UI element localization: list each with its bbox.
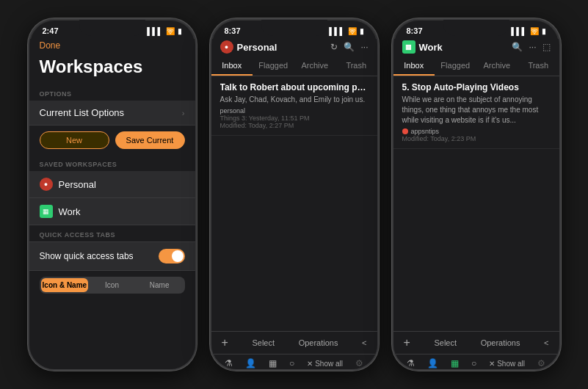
filter-bar-2: ⚗ 👤 ▦ ○ ✕ Show all ⚙ [211, 354, 377, 371]
email-item-1[interactable]: Talk to Robert about upcoming party... A… [211, 76, 377, 136]
wifi-icon: 🛜 [166, 27, 175, 35]
tab-inbox-2[interactable]: Inbox [211, 57, 253, 76]
done-button[interactable]: Done [40, 40, 61, 51]
tab-trash-2[interactable]: Trash [335, 57, 377, 76]
email-meta-1b: Modified: Today, 2:27 PM [220, 122, 369, 129]
workspace-work-label: Work [59, 206, 81, 217]
quick-access-row: Show quick access tabs [29, 241, 195, 271]
workspace-personal-label: Personal [59, 179, 96, 190]
workspace-name-3: Work [419, 42, 443, 53]
select-button-2[interactable]: Select [252, 338, 275, 347]
save-current-button[interactable]: Save Current [115, 131, 185, 149]
seg-icon[interactable]: Icon [88, 278, 136, 292]
filter-circle-icon-2[interactable]: ○ [289, 358, 294, 368]
battery-icon-2: ▮ [360, 27, 364, 35]
gear-icon-3[interactable]: ⚙ [537, 358, 545, 368]
operations-button-2[interactable]: Operations [299, 338, 338, 347]
signal-icon-2: ▌▌▌ [329, 27, 344, 35]
email-subject-1: Talk to Robert about upcoming party... [220, 82, 369, 92]
add-button-2[interactable]: + [222, 336, 228, 349]
wifi-icon-2: 🛜 [348, 27, 357, 35]
workspace-personal[interactable]: ● Personal [29, 171, 195, 198]
status-bar-3: 8:37 ▌▌▌ 🛜 ▮ [393, 20, 559, 39]
operations-button-3[interactable]: Operations [481, 338, 520, 347]
app-header-3: ▦ Work 🔍 ··· ⬚ [393, 39, 559, 57]
workspace-name-2: Personal [237, 42, 277, 53]
personal-header-icon: ● [220, 40, 233, 54]
tab-flagged-3[interactable]: Flagged [435, 57, 476, 76]
battery-icon-3: ▮ [542, 27, 546, 35]
more-icon-3[interactable]: ··· [529, 42, 536, 52]
quick-access-toggle[interactable] [159, 249, 185, 263]
gear-icon-2[interactable]: ⚙ [355, 358, 363, 368]
email-preview-1: Ask Jay, Chad, Kovach, and Emily to join… [220, 95, 369, 105]
signal-icon: ▌▌▌ [147, 27, 162, 35]
filter-funnel-icon-2[interactable]: ⚗ [225, 358, 233, 368]
tab-archive-3[interactable]: Archive [476, 57, 518, 76]
signal-icon-3: ▌▌▌ [511, 27, 526, 35]
seg-icon-name[interactable]: Icon & Name [41, 278, 89, 292]
filter-circle-icon-3[interactable]: ○ [471, 358, 476, 368]
personal-icon: ● [40, 178, 53, 191]
status-icons-2: ▌▌▌ 🛜 ▮ [329, 27, 363, 35]
saved-workspaces-label: SAVED WORKSPACES [29, 155, 195, 171]
header-icons-3: 🔍 ··· ⬚ [512, 42, 550, 52]
work-icon: ▦ [40, 205, 53, 218]
email-tag-1: personal [220, 107, 369, 114]
add-button-3[interactable]: + [404, 336, 410, 349]
time-2: 8:37 [225, 26, 241, 35]
time-3: 8:37 [407, 26, 423, 35]
workspaces-screen: Done Workspaces OPTIONS Current List Opt… [29, 39, 195, 371]
filter-person-icon-2[interactable]: 👤 [245, 358, 256, 368]
more-icon-2[interactable]: ··· [360, 42, 368, 52]
phone-personal: 8:37 ▌▌▌ 🛜 ▮ ● Personal ↻ 🔍 ··· Inbox Fl… [210, 18, 379, 371]
tab-flagged-2[interactable]: Flagged [253, 57, 294, 76]
chevron-icon: › [182, 109, 185, 117]
dot-indicator-3 [402, 128, 408, 134]
email-subject-3-1: 5. Stop Auto-Playing Videos [402, 82, 551, 92]
email-meta-1a: Things 3: Yesterday, 11:51 PM [220, 114, 369, 122]
search-icon-2[interactable]: 🔍 [344, 42, 355, 52]
filter-grid-icon-2[interactable]: ▦ [269, 358, 277, 368]
email-preview-3-1: While we are on the subject of annoying … [402, 95, 551, 126]
collapse-button-2[interactable]: < [362, 338, 366, 347]
show-all-3[interactable]: ✕ Show all [489, 360, 525, 368]
search-icon-3[interactable]: 🔍 [512, 42, 523, 52]
tab-trash-3[interactable]: Trash [518, 57, 559, 76]
app-header-2: ● Personal ↻ 🔍 ··· [211, 39, 377, 57]
new-button[interactable]: New [40, 131, 109, 149]
workspace-title-3: ▦ Work [402, 40, 443, 54]
header-icons-2: ↻ 🔍 ··· [330, 42, 368, 52]
phone-workspaces: 2:47 ▌▌▌ 🛜 ▮ Done Workspaces OPTIONS Cur… [28, 18, 197, 371]
nav-bar: Done [29, 39, 195, 54]
current-list-options-row[interactable]: Current List Options › [29, 101, 195, 126]
refresh-icon[interactable]: ↻ [330, 42, 338, 52]
quick-access-label: Show quick access tabs [40, 251, 134, 261]
email-list-3: 5. Stop Auto-Playing Videos While we are… [393, 76, 559, 331]
status-bar-2: 8:37 ▌▌▌ 🛜 ▮ [211, 20, 377, 39]
workspace-buttons: New Save Current [29, 126, 195, 155]
work-header-icon: ▦ [402, 40, 415, 54]
filter-person-icon-3[interactable]: 👤 [427, 358, 438, 368]
collapse-button-3[interactable]: < [544, 338, 548, 347]
bottom-toolbar-3: + Select Operations < [393, 331, 559, 354]
filter-bar-3: ⚗ 👤 ▦ ○ ✕ Show all ⚙ [393, 354, 559, 371]
tab-archive-2[interactable]: Archive [294, 57, 336, 76]
quick-access-section-label: QUICK ACCESS TABS [29, 225, 195, 241]
filter-grid-icon-3[interactable]: ▦ [451, 358, 459, 368]
seg-name[interactable]: Name [136, 278, 184, 292]
email-tag-3-1: appsntips [411, 128, 440, 135]
tab-bar-2: Inbox Flagged Archive Trash [211, 57, 377, 76]
filter-funnel-icon-3[interactable]: ⚗ [407, 358, 415, 368]
wifi-icon-3: 🛜 [530, 27, 539, 35]
options-section-label: OPTIONS [29, 84, 195, 101]
external-icon-3[interactable]: ⬚ [542, 42, 551, 52]
current-list-options-label: Current List Options [40, 107, 125, 118]
email-item-3-1[interactable]: 5. Stop Auto-Playing Videos While we are… [393, 76, 559, 149]
workspace-work[interactable]: ▦ Work [29, 198, 195, 225]
show-all-2[interactable]: ✕ Show all [307, 360, 343, 368]
select-button-3[interactable]: Select [434, 338, 457, 347]
time-1: 2:47 [43, 26, 59, 35]
tab-inbox-3[interactable]: Inbox [393, 57, 435, 76]
workspace-title-2: ● Personal [220, 40, 277, 54]
